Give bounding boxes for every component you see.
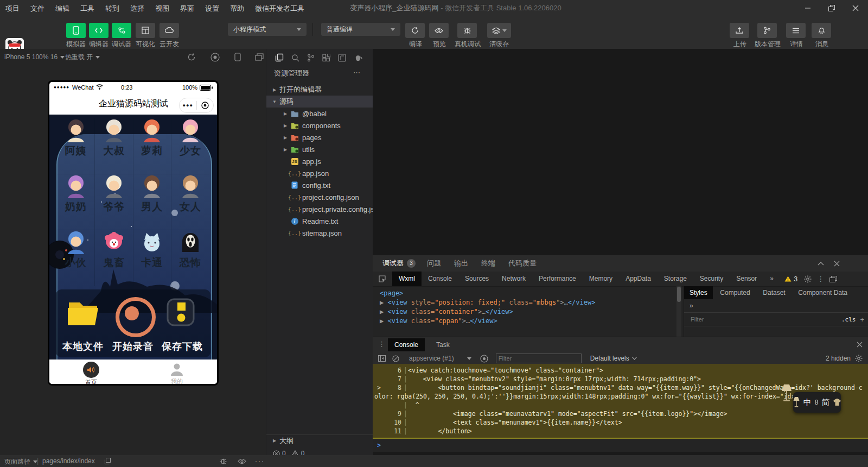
close-button[interactable]: [844, 0, 867, 16]
preview-button[interactable]: [429, 23, 449, 38]
tab-home[interactable]: 首页: [72, 362, 110, 384]
devtab-memory[interactable]: Memory: [583, 272, 619, 286]
tab-debugger[interactable]: 调试器3: [382, 255, 416, 273]
voice-item[interactable]: 鬼畜: [95, 230, 133, 286]
device-select[interactable]: iPhone 5 100% 16: [4, 49, 65, 65]
menu-goto[interactable]: 转到: [100, 0, 125, 17]
local-file-button[interactable]: [66, 296, 101, 327]
voice-item[interactable]: 少女: [171, 118, 209, 174]
console-prompt[interactable]: >: [377, 441, 381, 450]
styles-filter-input[interactable]: [688, 315, 837, 324]
tab-console[interactable]: Console: [388, 338, 425, 351]
voice-item[interactable]: 男人: [133, 174, 171, 230]
file-item-projectconfig[interactable]: {..} project.config.json: [266, 191, 373, 203]
levels-select[interactable]: Default levels: [590, 355, 637, 362]
files-icon[interactable]: [275, 53, 284, 62]
section-source[interactable]: ▼ 源码: [266, 96, 373, 108]
tab-dataset[interactable]: Dataset: [757, 286, 790, 299]
menu-select[interactable]: 选择: [125, 0, 150, 17]
tab-problems[interactable]: 问题: [427, 255, 441, 272]
file-item-babel[interactable]: ▶ @babel: [266, 108, 373, 119]
file-item-configtxt[interactable]: config.txt: [266, 179, 373, 191]
compile-button[interactable]: [405, 23, 425, 38]
file-item-pages[interactable]: ▶ pages: [266, 131, 373, 143]
settings-gear-icon[interactable]: [804, 275, 812, 283]
menu-project[interactable]: 项目: [0, 0, 25, 17]
details-button[interactable]: [786, 23, 806, 38]
cloud-button[interactable]: [159, 23, 179, 38]
dock-icon[interactable]: [829, 276, 837, 282]
more-options-icon[interactable]: ···: [255, 457, 265, 465]
menu-help[interactable]: 帮助: [225, 0, 250, 17]
upload-button[interactable]: [730, 23, 749, 38]
ime-cn-mode[interactable]: 中: [803, 397, 812, 408]
extensions-icon[interactable]: [322, 54, 330, 62]
tab-task[interactable]: Task: [430, 338, 456, 351]
visual-button[interactable]: [136, 23, 155, 38]
kebab-menu-icon[interactable]: ⋮: [817, 275, 824, 283]
clear-console-icon[interactable]: [392, 355, 399, 362]
file-item-components[interactable]: ▶ components: [266, 119, 373, 131]
compile-mode-select[interactable]: 普通编译: [321, 23, 400, 36]
ime-num[interactable]: 8: [815, 399, 819, 406]
device-frame-icon[interactable]: [234, 49, 241, 65]
clear-cache-button[interactable]: [487, 23, 511, 38]
menu-file[interactable]: 文件: [25, 0, 50, 17]
file-item-projectprivateconfig[interactable]: {..} project.private.config.js...: [266, 203, 373, 215]
devtab-appdata[interactable]: AppData: [619, 272, 658, 286]
devtab-sensor[interactable]: Sensor: [730, 272, 763, 286]
menu-edit[interactable]: 编辑: [50, 0, 75, 17]
device-debug-button[interactable]: [457, 23, 477, 38]
teapot-icon[interactable]: [354, 54, 363, 61]
close-icon[interactable]: [857, 342, 863, 348]
voice-item[interactable]: 大叔: [95, 118, 133, 174]
ime-simplified[interactable]: 简: [821, 397, 829, 408]
vconsole-bug-icon[interactable]: [219, 457, 227, 465]
more-button[interactable]: ●●●: [180, 103, 196, 108]
warnings-indicator[interactable]: 3: [784, 275, 797, 283]
tab-component-data[interactable]: Component Data: [793, 286, 853, 299]
record-button[interactable]: [116, 297, 156, 337]
ime-skin-icon[interactable]: [833, 399, 841, 406]
devtab-wxml[interactable]: Wxml: [392, 272, 422, 286]
more-actions-icon[interactable]: ⋯: [353, 68, 361, 77]
search-icon[interactable]: [291, 54, 299, 62]
file-item-utils[interactable]: ▶ utils: [266, 143, 373, 155]
file-item-appjs[interactable]: JS app.js: [266, 155, 373, 167]
git-branch-icon[interactable]: [307, 54, 315, 62]
menu-tools[interactable]: 工具: [75, 0, 100, 17]
ime-status-bar[interactable]: 中 8 简: [793, 392, 841, 413]
file-item-sitemap[interactable]: {..} sitemap.json: [266, 227, 373, 239]
voice-item[interactable]: 小伙: [57, 230, 95, 286]
menu-devtools[interactable]: 微信开发者工具: [250, 0, 310, 17]
voice-item[interactable]: 卡通: [133, 230, 171, 286]
voice-item[interactable]: 恐怖: [171, 230, 209, 286]
voice-item[interactable]: 奶奶: [57, 174, 95, 230]
collapse-icon[interactable]: [818, 255, 824, 272]
eye-icon[interactable]: [480, 355, 488, 363]
tab-code-quality[interactable]: 代码质量: [508, 255, 537, 272]
wxml-node[interactable]: ▶ <view class="cppan">…</view>: [380, 317, 595, 326]
devtab-security[interactable]: Security: [693, 272, 730, 286]
minimize-button[interactable]: [796, 0, 820, 16]
devtab-network[interactable]: Network: [495, 272, 532, 286]
scrollbar[interactable]: [676, 286, 681, 337]
page-path-select[interactable]: 页面路径: [4, 457, 37, 466]
voice-item[interactable]: 爷爷: [95, 174, 133, 230]
voice-item[interactable]: 阿姨: [57, 118, 95, 174]
rotate-icon[interactable]: [187, 49, 196, 65]
copy-path-icon[interactable]: [104, 458, 111, 464]
version-button[interactable]: [757, 23, 777, 38]
drag-handle-icon[interactable]: ⋮: [378, 340, 385, 348]
console-filter-input[interactable]: [496, 354, 582, 363]
stop-icon[interactable]: [210, 49, 220, 65]
context-select[interactable]: appservice (#1): [409, 355, 471, 362]
add-style-icon[interactable]: +: [860, 315, 864, 324]
devtab-storage[interactable]: Storage: [658, 272, 693, 286]
tab-terminal[interactable]: 终端: [481, 255, 495, 272]
inspect-icon[interactable]: [373, 275, 392, 283]
voice-item[interactable]: 女人: [171, 174, 209, 230]
watch-eye-icon[interactable]: [238, 458, 246, 464]
menu-view[interactable]: 视图: [150, 0, 175, 17]
save-download-button[interactable]: [164, 296, 197, 329]
